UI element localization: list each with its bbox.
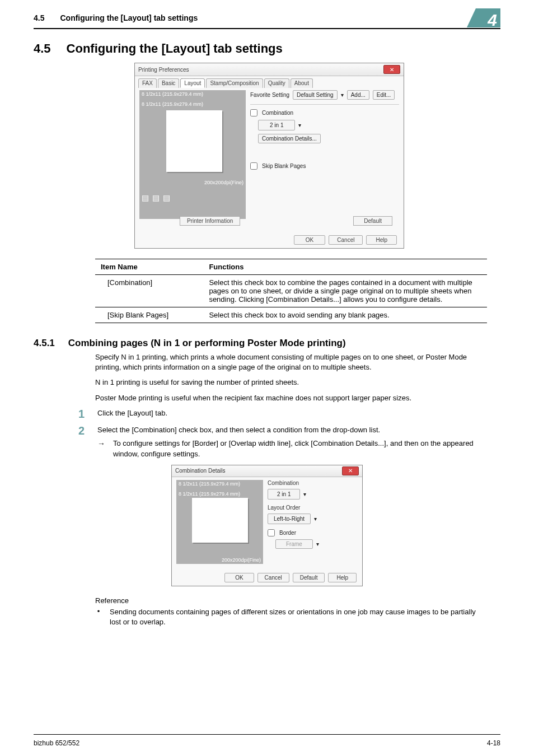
- preview-resolution: 200x200dpi(Fine): [204, 180, 243, 185]
- chevron-down-icon[interactable]: ▾: [298, 122, 301, 128]
- section-title: Configuring the [Layout] tab settings: [67, 41, 283, 56]
- window-title: Printing Preferences: [138, 67, 189, 73]
- functions-cell: Select this check box to combine the pag…: [203, 275, 487, 307]
- preview-tool-icon[interactable]: ▤: [163, 193, 170, 202]
- page-footer: bizhub 652/552 4-18: [34, 739, 500, 747]
- item-name-cell: [Skip Blank Pages]: [95, 307, 203, 323]
- printing-preferences-window: Printing Preferences ✕ FAX Basic Layout …: [134, 63, 404, 249]
- step-sub-item: → To configure settings for [Border] or …: [97, 438, 487, 459]
- window-titlebar: Printing Preferences ✕: [135, 63, 404, 76]
- subsection-title: Combining pages (N in 1 or performing Po…: [68, 338, 346, 349]
- step-text: Click the [Layout] tab.: [97, 408, 487, 419]
- preview-tool-icon[interactable]: ▤: [152, 193, 160, 202]
- step-item: 2 Select the [Combination] check box, an…: [78, 425, 487, 459]
- tab-stamp-composition[interactable]: Stamp/Composition: [206, 78, 263, 88]
- ok-button[interactable]: OK: [294, 235, 325, 245]
- window-title: Combination Details: [175, 468, 226, 474]
- help-button[interactable]: Help: [328, 573, 357, 582]
- body-paragraph: Poster Mode printing is useful when the …: [95, 393, 487, 403]
- layout-order-dropdown[interactable]: Left-to-Right: [268, 514, 311, 524]
- layout-order-label: Layout Order: [268, 505, 358, 511]
- cancel-button[interactable]: Cancel: [329, 235, 363, 245]
- printer-information-button[interactable]: Printer Information: [180, 216, 240, 226]
- default-button[interactable]: Default: [353, 216, 392, 226]
- body-text-block: Specify N in 1 printing, which prints a …: [95, 352, 487, 403]
- table-row: [Skip Blank Pages] Select this check box…: [95, 307, 487, 323]
- preview-tool-icon[interactable]: ▤: [142, 193, 149, 202]
- default-button[interactable]: Default: [293, 573, 325, 582]
- table-row: [Combination] Select this check box to c…: [95, 275, 487, 307]
- running-header-left: 4.5 Configuring the [Layout] tab setting…: [34, 13, 198, 22]
- preview-panel: 8 1/2x11 (215.9x279.4 mm) 8 1/2x11 (215.…: [176, 480, 263, 564]
- reference-bullet: • Sending documents containing pages of …: [95, 607, 487, 627]
- border-type-dropdown[interactable]: Frame: [275, 539, 313, 549]
- combination-label: Combination: [262, 110, 293, 116]
- chevron-down-icon[interactable]: ▾: [316, 541, 319, 547]
- step-text: Select the [Combination] check box, and …: [97, 425, 487, 435]
- col-functions: Functions: [203, 259, 487, 275]
- tab-basic[interactable]: Basic: [158, 78, 179, 88]
- preview-paper-size-1: 8 1/2x11 (215.9x279.4 mm): [142, 91, 203, 97]
- preview-paper-size-1: 8 1/2x11 (215.9x279.4 mm): [179, 481, 240, 487]
- chevron-down-icon[interactable]: ▾: [314, 516, 317, 522]
- running-header-title: Configuring the [Layout] tab settings: [60, 13, 198, 22]
- step-item: 1 Click the [Layout] tab.: [78, 408, 487, 419]
- functions-cell: Select this check box to avoid sending a…: [203, 307, 487, 323]
- section-heading: 4.5 Configuring the [Layout] tab setting…: [34, 41, 500, 56]
- reference-block: Reference • Sending documents containing…: [95, 596, 487, 627]
- item-name-cell: [Combination]: [95, 275, 203, 307]
- combination-dropdown[interactable]: 2 in 1: [258, 120, 295, 130]
- preview-resolution: 200x200dpi(Fine): [222, 557, 261, 563]
- body-paragraph: Specify N in 1 printing, which prints a …: [95, 352, 487, 372]
- figure-combination-details: Combination Details ✕ 8 1/2x11 (215.9x27…: [34, 465, 500, 586]
- combination-label: Combination: [268, 480, 358, 486]
- header-rule: [34, 28, 500, 29]
- close-icon[interactable]: ✕: [383, 65, 400, 74]
- chevron-down-icon[interactable]: ▾: [341, 92, 344, 98]
- favorite-setting-dropdown[interactable]: Default Setting: [293, 90, 338, 100]
- window-titlebar: Combination Details ✕: [172, 465, 362, 477]
- arrow-right-icon: →: [97, 438, 107, 459]
- preview-toolbar: ▤ ▤ ▤: [142, 193, 170, 202]
- add-button[interactable]: Add...: [347, 90, 369, 100]
- border-label: Border: [279, 530, 296, 536]
- tab-about[interactable]: About: [291, 78, 313, 88]
- col-item-name: Item Name: [95, 259, 203, 275]
- combination-details-button[interactable]: Combination Details...: [258, 134, 321, 143]
- border-checkbox[interactable]: [268, 529, 275, 536]
- tab-quality[interactable]: Quality: [264, 78, 289, 88]
- cancel-button[interactable]: Cancel: [257, 573, 289, 582]
- footer-product: bizhub 652/552: [34, 739, 79, 747]
- skip-blank-pages-label: Skip Blank Pages: [262, 163, 306, 169]
- reference-title: Reference: [95, 596, 487, 605]
- edit-button[interactable]: Edit...: [373, 90, 395, 100]
- body-paragraph: N in 1 printing is useful for saving the…: [95, 377, 487, 388]
- combination-dropdown[interactable]: 2 in 1: [268, 489, 300, 500]
- functions-table: Item Name Functions [Combination] Select…: [95, 259, 487, 323]
- skip-blank-pages-checkbox[interactable]: [250, 162, 257, 170]
- preview-sheet-icon: [166, 110, 222, 172]
- step-number: 2: [78, 425, 90, 459]
- ok-button[interactable]: OK: [224, 573, 254, 582]
- preview-sheet-icon: [192, 498, 248, 543]
- running-header-section-no: 4.5: [34, 13, 44, 22]
- help-button[interactable]: Help: [366, 235, 397, 245]
- section-number: 4.5: [34, 41, 51, 56]
- chevron-down-icon[interactable]: ▾: [303, 491, 306, 497]
- table-header-row: Item Name Functions: [95, 259, 487, 275]
- chapter-number: 4: [488, 11, 497, 30]
- tab-strip: FAX Basic Layout Stamp/Composition Quali…: [135, 76, 404, 88]
- combination-details-window: Combination Details ✕ 8 1/2x11 (215.9x27…: [171, 465, 363, 586]
- combination-checkbox[interactable]: [250, 109, 257, 116]
- reference-text: Sending documents containing pages of di…: [110, 607, 487, 627]
- tab-fax[interactable]: FAX: [138, 78, 157, 88]
- footer-rule: [34, 734, 500, 735]
- step-sub-text: To configure settings for [Border] or [O…: [113, 438, 487, 459]
- running-header: 4.5 Configuring the [Layout] tab setting…: [34, 8, 500, 28]
- footer-page-number: 4-18: [487, 739, 500, 747]
- close-icon[interactable]: ✕: [342, 466, 359, 475]
- favorite-setting-label: Favorite Setting: [250, 92, 289, 98]
- preview-panel: 8 1/2x11 (215.9x279.4 mm) 8 1/2x11 (215.…: [139, 90, 246, 219]
- preview-paper-size-2: 8 1/2x11 (215.9x279.4 mm): [179, 491, 240, 497]
- tab-layout[interactable]: Layout: [180, 78, 205, 88]
